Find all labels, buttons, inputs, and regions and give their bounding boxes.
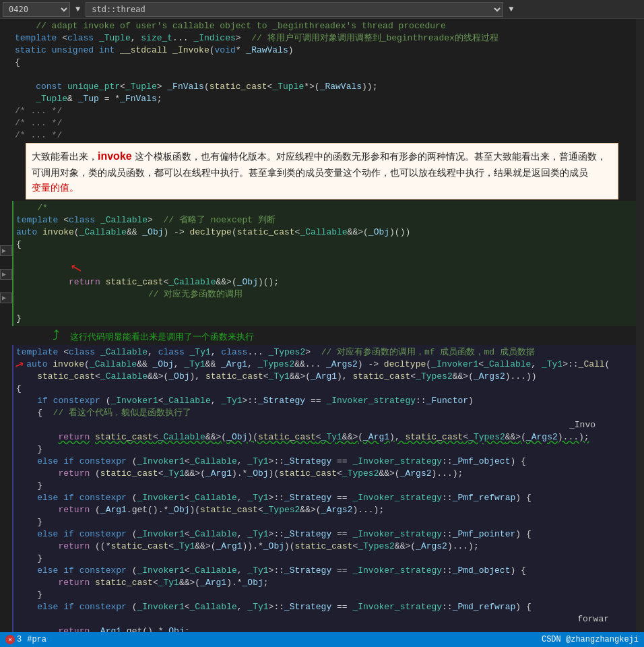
line-text: static unsigned int __stdcall _Invoke(vo…	[12, 44, 636, 57]
code-line: return (static_cast<_Ty1&&>(_Arg1).*_Obj…	[13, 468, 636, 480]
line-text: return ((*static_cast<_Ty1&&>(_Arg1)).*_…	[13, 541, 636, 553]
line-text: { // 看这个代码，貌似是函数执行了 _Invo	[13, 407, 636, 431]
line-text: return (_Arg1.get().*_Obj)(static_cast<_…	[13, 504, 636, 516]
code-line: return static_cast<_Callable&&>(_Obj)(st…	[13, 431, 636, 443]
line-text: template <class _Callable> // 省略了 noexce…	[13, 214, 636, 226]
line-text: }	[13, 313, 636, 325]
fold-marker-3[interactable]: ▶	[0, 292, 12, 303]
watermark: CSDN @zhangzhangkeji	[542, 635, 639, 644]
debug-select[interactable]: 0420	[3, 2, 70, 17]
line-text: template <class _Tuple, size_t... _Indic…	[12, 32, 636, 44]
code-line: return ((*static_cast<_Ty1&&>(_Arg1)).*_…	[13, 541, 636, 553]
code-line: if constexpr (_Invoker1<_Callable, _Ty1>…	[13, 395, 636, 407]
line-text: }	[13, 516, 636, 528]
line-text: // adapt invoke of user's callable objec…	[12, 20, 636, 32]
code-line: template <class _Callable> // 省略了 noexce…	[13, 214, 636, 226]
right-scrollbar[interactable]	[636, 19, 644, 647]
fold-line-2: /* ... */	[12, 117, 636, 129]
fold-label-2: /* ... */	[12, 117, 636, 129]
code-line: auto invoke(_Callable&& _Obj) -> decltyp…	[13, 226, 636, 239]
section2-block: template <class _Callable, class _Ty1, c…	[12, 345, 636, 647]
code-line: static_cast<_Callable&&>(_Obj), static_c…	[13, 371, 636, 383]
code-line: {	[12, 57, 636, 69]
line-text: _Tuple& _Tup = *_FnVals;	[12, 93, 636, 105]
thread-dropdown-icon: ▼	[506, 5, 516, 14]
error-badge: ✕ 3	[5, 635, 22, 644]
code-line: return static_cast<_Ty1&&>(_Arg1).*_Obj;	[13, 577, 636, 589]
fold-marker-2[interactable]: ▶	[0, 269, 12, 280]
line-text: auto invoke(_Callable&& _Obj) -> decltyp…	[13, 226, 636, 239]
code-line: {	[13, 383, 636, 395]
code-line: }	[13, 480, 636, 492]
line-text: else if constexpr (_Invoker1<_Callable, …	[13, 492, 636, 504]
line-text: }	[13, 553, 636, 565]
code-line: }	[13, 589, 636, 601]
code-line: // adapt invoke of user's callable objec…	[12, 20, 636, 32]
toolbar: 0420 ▼ std::thread ▼	[0, 0, 644, 19]
line-text: ⟵ return static_cast<_Callable&&>(_Obj)(…	[13, 251, 636, 313]
line-text: return static_cast<_Callable&&>(_Obj)(st…	[13, 431, 636, 443]
fold-marker-1[interactable]: ▶	[0, 245, 12, 256]
line-text: }	[13, 443, 636, 456]
fold-label: /* ... */	[15, 105, 62, 117]
line-text: if constexpr (_Invoker1<_Callable, _Ty1>…	[13, 395, 636, 407]
code-line: else if constexpr (_Invoker1<_Callable, …	[13, 528, 636, 541]
code-line: {	[13, 239, 636, 251]
invoke-keyword: invoke	[98, 150, 132, 162]
code-line: else if constexpr (_Invoker1<_Callable, …	[13, 565, 636, 577]
line-text: {	[12, 57, 636, 69]
line-text: else if constexpr (_Invoker1<_Callable, …	[13, 565, 636, 577]
green-arrow-icon: ⤴	[53, 328, 59, 344]
code-line: ↖ auto invoke(_Callable&& _Obj, _Ty1&& _…	[13, 359, 636, 371]
line-text: return static_cast<_Ty1&&>(_Arg1).*_Obj;	[13, 577, 636, 589]
error-icon: ✕	[5, 635, 15, 644]
thread-select[interactable]: std::thread	[86, 2, 503, 17]
code-line: }	[13, 313, 636, 325]
fold-line-3: /* ... */	[12, 129, 636, 142]
annotation-box-1: 大致能看出来，invoke 这个模板函数，也有偏特化版本。对应线程中的函数无形参…	[26, 143, 618, 199]
line-text: else if constexpr (_Invoker1<_Callable, …	[13, 528, 636, 541]
code-line: _Tuple& _Tup = *_FnVals;	[12, 93, 636, 105]
line-text: template <class _Callable, class _Ty1, c…	[13, 346, 636, 359]
code-line: template <class _Callable, class _Ty1, c…	[13, 346, 636, 359]
code-line-arrow: ⟵ return static_cast<_Callable&&>(_Obj)(…	[13, 251, 636, 313]
editor-area: ▶ ▶ ▶ // adapt invoke of user's callable…	[0, 19, 644, 647]
line-text: /*	[13, 202, 636, 214]
line-text: const unique_ptr<_Tuple> _FnVals(static_…	[12, 81, 636, 93]
annotation-text-1a: 大致能看出来，invoke 这个模板函数，也有偏特化版本。对应线程中的函数无形参…	[32, 151, 606, 178]
line-text: {	[13, 383, 636, 395]
line-text: }	[13, 480, 636, 492]
position-label: #pra	[27, 635, 46, 644]
code-container: // adapt invoke of user's callable objec…	[12, 19, 636, 647]
status-bar: ✕ 3 #pra CSDN @zhangzhangkeji	[0, 632, 644, 647]
line-text: else if constexpr (_Invoker1<_Callable, …	[13, 601, 636, 625]
code-line: }	[13, 516, 636, 528]
error-count: 3	[17, 635, 22, 644]
annotation-arrow-row: ⤴ 这行代码明显能看出来是调用了一个函数来执行	[12, 326, 636, 345]
code-line: else if constexpr (_Invoker1<_Callable, …	[13, 492, 636, 504]
line-text: else if constexpr (_Invoker1<_Callable, …	[13, 456, 636, 468]
code-line: const unique_ptr<_Tuple> _FnVals(static_…	[12, 81, 636, 93]
fold-label-3: /* ... */	[12, 129, 636, 142]
code-line: }	[13, 553, 636, 565]
left-gutter: ▶ ▶ ▶	[0, 19, 12, 647]
fold-content: /* ... */	[12, 105, 636, 117]
line-text: auto invoke(_Callable&& _Obj, _Ty1&& _Ar…	[24, 359, 636, 371]
watermark-text: CSDN @zhangzhangkeji	[542, 635, 639, 644]
annotation-arrow-text: 这行代码明显能看出来是调用了一个函数来执行	[70, 332, 254, 342]
code-line: /*	[13, 202, 636, 214]
line-text: {	[13, 239, 636, 251]
annotation-text-1b: 变量的值。	[32, 182, 79, 193]
line-text: return (static_cast<_Ty1&&>(_Arg1).*_Obj…	[13, 468, 636, 480]
section1-block: /* template <class _Callable> // 省略了 noe…	[12, 201, 636, 326]
line-text: }	[13, 589, 636, 601]
line-text	[12, 69, 636, 81]
code-line: }	[13, 443, 636, 456]
code-line: else if constexpr (_Invoker1<_Callable, …	[13, 601, 636, 625]
code-line: static unsigned int __stdcall _Invoke(vo…	[12, 44, 636, 57]
thread-icon: ▼	[73, 5, 83, 14]
code-line: return (_Arg1.get().*_Obj)(static_cast<_…	[13, 504, 636, 516]
line-text: static_cast<_Callable&&>(_Obj), static_c…	[13, 371, 636, 383]
code-line	[12, 69, 636, 81]
code-line: { // 看这个代码，貌似是函数执行了 _Invo	[13, 407, 636, 431]
